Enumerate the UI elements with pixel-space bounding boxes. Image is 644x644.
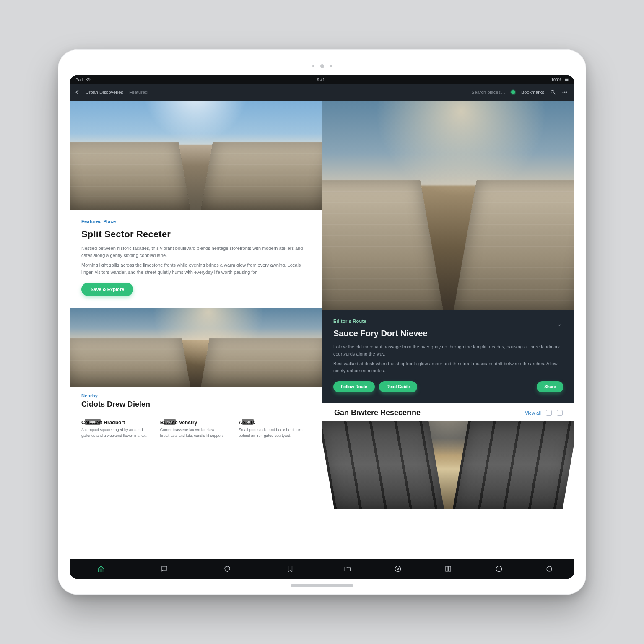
status-battery-pct: 100% [551,78,561,82]
list-view-icon[interactable] [557,410,563,416]
card-sub: Corner brasserie known for slow breakfas… [160,427,231,439]
card-row: Tours Coursert Hradbort A compact square… [70,412,322,447]
article-headline: Split Sector Receter [81,229,310,240]
device-camera-bar [312,61,332,70]
app-title: Urban Discoveries [86,90,123,95]
back-icon[interactable] [75,90,80,94]
left-pane: Featured Place Split Sector Receter Nest… [70,101,322,559]
panel-title: Sauce Fory Dort Nievee [333,329,564,338]
svg-point-11 [499,567,499,568]
svg-point-8 [395,566,401,572]
nav-heart[interactable] [221,562,234,576]
nav-chat[interactable] [158,562,171,576]
online-status-icon [511,90,515,94]
save-explore-button[interactable]: Save & Explore [81,283,133,296]
feature-panel: Editor's Route ⌄ Sauce Fory Dort Nievee … [322,310,574,402]
card-tag: Eat [164,419,176,425]
card-sub: A compact square ringed by arcaded galle… [81,427,153,439]
nav-compass[interactable] [391,562,405,576]
status-bar: iPad 9:41 100% [70,75,574,84]
svg-point-7 [566,92,567,93]
status-carrier: iPad [75,78,83,82]
panel-body: Follow the old merchant passage from the… [333,343,564,374]
battery-icon [565,78,569,82]
bookmarks-link[interactable]: Bookmarks [521,90,544,95]
panel-eyebrow: Editor's Route [333,319,366,324]
left-secondary-image[interactable] [70,308,322,387]
svg-point-5 [563,92,564,93]
home-indicator[interactable] [291,584,353,587]
nav-home[interactable] [94,562,108,576]
card-sub: Small print studio and bookshop tucked b… [239,427,310,439]
search-placeholder[interactable]: Search places… [471,90,505,95]
card-item[interactable]: Eat Burrise Venstry Corner brasserie kno… [160,415,231,439]
card-item[interactable]: Art Aes Its Small print studio and books… [239,415,310,439]
right-pane: Editor's Route ⌄ Sauce Fory Dort Nievee … [322,101,574,559]
more-icon[interactable] [562,89,568,95]
screen: iPad 9:41 100% Urban Discoveries Feature… [70,75,574,579]
search-icon[interactable] [550,89,556,95]
card-tag: Art [242,419,254,425]
card-item[interactable]: Tours Coursert Hradbort A compact square… [81,415,153,439]
svg-line-4 [554,93,556,95]
svg-rect-1 [565,79,568,80]
svg-rect-2 [569,79,569,80]
section-title: Cidots Drew Dielen [81,400,150,409]
share-button[interactable]: Share [537,381,564,392]
breadcrumb[interactable]: Featured [129,90,148,95]
wifi-icon [86,78,91,82]
nav-info[interactable] [492,562,506,576]
follow-route-button[interactable]: Follow Route [333,381,375,392]
svg-point-6 [564,92,565,93]
tablet-frame: iPad 9:41 100% Urban Discoveries Feature… [58,49,586,595]
right-hero-image[interactable] [322,101,574,310]
right-wide-image[interactable] [334,421,563,509]
view-all-link[interactable]: View all [525,410,541,415]
article-eyebrow: Featured Place [81,219,310,224]
top-bar: Urban Discoveries Featured Search places… [70,84,574,101]
read-guide-button[interactable]: Read Guide [379,381,418,392]
svg-point-3 [551,90,554,93]
svg-point-12 [547,566,552,571]
section-eyebrow: Nearby [81,393,150,398]
grid-view-icon[interactable] [546,410,552,416]
article-body: Nestled between historic facades, this v… [81,245,310,276]
nav-bookmark[interactable] [283,562,297,576]
nav-book[interactable] [441,562,455,576]
nav-folder[interactable] [341,562,354,576]
right-section-title: Gan Biwtere Resecerine [334,408,421,417]
left-hero-image[interactable] [70,101,322,210]
nav-circle[interactable] [543,562,556,576]
status-time: 9:41 [317,78,325,82]
collapse-icon[interactable]: ⌄ [557,320,562,327]
card-tag: Tours [85,419,101,425]
bottom-nav [70,559,574,579]
